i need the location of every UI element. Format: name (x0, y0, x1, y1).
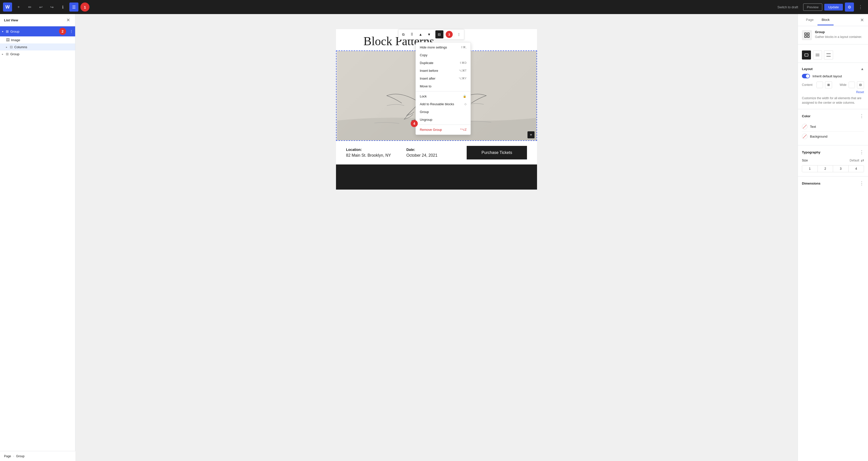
reset-button[interactable]: Reset (856, 90, 864, 94)
close-right-sidebar-button[interactable]: ✕ (860, 17, 864, 23)
menu-move-to[interactable]: Move to (416, 83, 470, 90)
menu-hide-settings-shortcut: ⇧⌘, (461, 46, 466, 49)
list-item-group2[interactable]: ▸ ⊞ Group (0, 51, 75, 58)
color-more-button[interactable]: ⋮ (860, 113, 864, 119)
breadcrumb-separator: › (13, 455, 14, 458)
top-bar-right: Switch to draft Preview Update ⚙ ⋮ (774, 2, 865, 11)
group-more-icon[interactable]: ⋮ (70, 29, 73, 33)
menu-copy[interactable]: Copy (416, 51, 470, 59)
dimensions-more-button[interactable]: ⋮ (860, 180, 864, 186)
wide-align-button[interactable]: ⊟ (857, 81, 864, 88)
size-option-2[interactable]: 2 (818, 165, 833, 172)
menu-group[interactable]: Group (416, 108, 470, 116)
left-sidebar: List View ✕ ▾ ⊞ Group 2 ⋮ 🖼 Image ▸ ⊟ Co… (0, 14, 75, 461)
typography-more-button[interactable]: ⋮ (860, 150, 864, 155)
list-item-columns[interactable]: ▸ ⊟ Columns (0, 43, 75, 51)
size-row: Size Default ⇄ (802, 158, 864, 163)
breadcrumb-group[interactable]: Group (16, 455, 24, 458)
drag-handle-button[interactable]: ⠿ (408, 30, 416, 38)
close-sidebar-button[interactable]: ✕ (65, 17, 71, 23)
inherit-layout-toggle[interactable] (802, 74, 810, 78)
dimensions-title: Dimensions (802, 182, 820, 185)
menu-remove-group[interactable]: Remove Group ^⌥Z (416, 126, 470, 134)
block-name: Group (815, 30, 862, 34)
location-info: Location: 82 Main St. Brooklyn, NY (346, 147, 406, 158)
content-width-row: Content PX ⊞ Wide PX ⊟ (802, 81, 864, 88)
move-up-button[interactable]: ▲ (416, 30, 425, 38)
menu-insert-before[interactable]: Insert before ⌥⌘T (416, 67, 470, 74)
size-option-1[interactable]: 1 (802, 165, 818, 172)
text-color-option[interactable]: Text (802, 122, 864, 132)
size-options: 1 2 3 4 (802, 165, 864, 172)
menu-remove-group-label: Remove Group (420, 128, 442, 132)
menu-ungroup[interactable]: Ungroup (416, 116, 470, 124)
undo-button[interactable]: ↩ (36, 2, 45, 11)
content-align-button[interactable]: ⊞ (825, 81, 832, 88)
switch-to-draft-button[interactable]: Switch to draft (774, 4, 801, 10)
list-item-image[interactable]: 🖼 Image (0, 36, 75, 43)
dimensions-header: Dimensions ⋮ (802, 180, 864, 186)
list-view-items: ▾ ⊞ Group 2 ⋮ 🖼 Image ▸ ⊟ Columns ▸ ⊞ Gr (0, 26, 75, 461)
svg-rect-4 (807, 33, 809, 35)
add-button[interactable]: + (14, 2, 23, 11)
content-width-input[interactable] (817, 82, 823, 88)
inherit-layout-row: Inherit default layout (802, 74, 864, 78)
black-section (336, 164, 537, 190)
style-btn-wide[interactable] (813, 51, 822, 60)
wp-logo[interactable]: W (3, 2, 12, 11)
purchase-tickets-button[interactable]: Purchase Tickets (467, 146, 527, 159)
menu-hide-settings[interactable]: Hide more settings ⇧⌘, (416, 43, 470, 51)
breadcrumb-page[interactable]: Page (4, 455, 11, 458)
tab-page[interactable]: Page (802, 15, 817, 25)
info-button[interactable]: ℹ (58, 2, 67, 11)
menu-add-reusable[interactable]: Add to Reusable blocks ◇ (416, 100, 470, 108)
menu-separator-2 (416, 125, 470, 125)
tab-block[interactable]: Block (817, 15, 834, 25)
svg-rect-5 (805, 36, 806, 37)
update-button[interactable]: Update (824, 4, 843, 10)
menu-lock[interactable]: Lock 🔒 (416, 92, 470, 100)
columns-icon: ⊟ (10, 45, 13, 49)
size-reset-button[interactable]: ⇄ (861, 158, 864, 163)
size-option-4[interactable]: 4 (849, 165, 864, 172)
wide-width-input-group: PX (849, 81, 855, 88)
layout-collapse-button[interactable]: ▲ (861, 67, 864, 71)
center-canvas: ⧉ ⠿ ▲ ▼ ⊟ 3 ⋮ 4 Hide more settings ⇧⌘, C… (75, 14, 798, 461)
svg-rect-3 (805, 33, 806, 35)
block-styles (798, 44, 868, 63)
badge-3: 3 (445, 31, 453, 38)
list-item-group[interactable]: ▾ ⊞ Group 2 ⋮ (0, 26, 75, 36)
menu-add-reusable-label: Add to Reusable blocks (420, 102, 454, 106)
background-color-option[interactable]: Background (802, 132, 864, 141)
style-buttons-row (802, 51, 864, 60)
add-block-button[interactable]: + (527, 131, 534, 138)
align-block-button[interactable]: ⊟ (435, 30, 443, 38)
size-default-value: Default (850, 159, 859, 162)
redo-button[interactable]: ↪ (47, 2, 56, 11)
menu-duplicate[interactable]: Duplicate ⇧⌘D (416, 59, 470, 67)
edit-button[interactable]: ✏ (25, 2, 34, 11)
more-block-options-button[interactable]: ⋮ (455, 30, 463, 38)
copy-block-button[interactable]: ⧉ (399, 30, 407, 38)
context-menu: 4 Hide more settings ⇧⌘, Copy Duplicate … (415, 42, 471, 135)
svg-rect-6 (807, 36, 809, 37)
list-view-button[interactable]: ☰ (69, 2, 79, 11)
menu-duplicate-shortcut: ⇧⌘D (459, 61, 466, 65)
more-options-button[interactable]: ⋮ (856, 2, 865, 11)
background-color-label: Background (810, 135, 827, 138)
settings-button[interactable]: ⚙ (845, 2, 854, 11)
preview-button[interactable]: Preview (803, 3, 822, 11)
menu-remove-group-shortcut: ^⌥Z (460, 128, 467, 131)
group2-icon: ⊞ (6, 52, 9, 56)
size-option-3[interactable]: 3 (833, 165, 849, 172)
menu-copy-label: Copy (420, 53, 427, 57)
move-down-button[interactable]: ▼ (425, 30, 433, 38)
layout-title: Layout (802, 67, 813, 71)
inherit-layout-label: Inherit default layout (812, 74, 842, 78)
menu-insert-after[interactable]: Insert after ⌥⌘Y (416, 74, 470, 83)
wide-width-input[interactable] (849, 82, 855, 88)
style-btn-full[interactable] (824, 51, 833, 60)
customize-text: Customize the width for all elements tha… (802, 96, 864, 105)
style-btn-default[interactable] (802, 51, 811, 60)
sidebar-header: List View ✕ (0, 14, 75, 26)
